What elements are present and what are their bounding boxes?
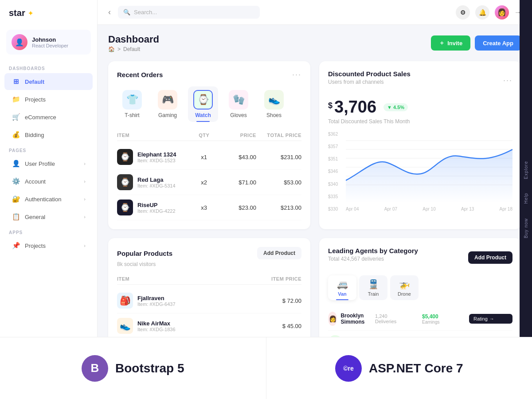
breadcrumb-current: Default (123, 46, 140, 52)
chevron-down-icon: › (84, 243, 86, 248)
order-qty-3: x3 (187, 204, 222, 211)
logo-star-icon: star (9, 8, 25, 18)
help-toolbar-item[interactable]: Help (522, 186, 530, 211)
rating-button-1[interactable]: Rating → (469, 314, 512, 324)
card-menu-icon[interactable]: ··· (292, 70, 301, 79)
product-name-1: Fjallraven (137, 295, 176, 301)
sidebar-item-label: eCommerce (25, 114, 56, 121)
page-header: Dashboard 🏠 > Default ＋ Invite Create Ap… (108, 34, 521, 52)
tab-shoes[interactable]: 👟 Shoes (259, 86, 289, 122)
sidebar-item-bidding[interactable]: 💰 Bidding (4, 126, 93, 143)
topbar-settings-icon[interactable]: ⚙ (456, 5, 470, 20)
topbar-notification-icon[interactable]: 🔔 (475, 5, 489, 20)
sidebar-item-projects-app[interactable]: 📌 Projects › (4, 237, 93, 254)
bidding-icon: 💰 (12, 130, 20, 139)
popular-products-title: Popular Products (117, 250, 172, 257)
col-price: PRICE (221, 133, 256, 138)
order-qty-1: x1 (187, 154, 222, 160)
sidebar-item-user-profile[interactable]: 👤 User Profile › (4, 155, 93, 172)
chart-svg-area (346, 132, 512, 203)
add-agent-product-button[interactable]: Add Product (468, 251, 512, 264)
y-label-4: $346 (328, 169, 338, 174)
order-img-2: ⌚ (117, 174, 133, 190)
popular-products-header: Popular Products Add Product (117, 247, 301, 259)
y-label-6: $335 (328, 194, 338, 199)
order-total-1: $231.00 (256, 154, 301, 160)
sidebar-item-label: Projects (25, 96, 46, 103)
recent-orders-card: Recent Orders ··· 👕 T-shirt 🎮 Gaming ⌚ (108, 61, 310, 229)
apps-section-label: APPS (0, 226, 97, 237)
product-img-2: 👟 (117, 318, 133, 334)
order-qty-2: x2 (187, 179, 222, 186)
sidebar-item-account[interactable]: ⚙️ Account › (4, 173, 93, 190)
col-item: ITEM (117, 133, 187, 138)
breadcrumb-sep: > (117, 46, 121, 52)
discounted-sales-title: Discounted Product Sales (328, 70, 411, 78)
sidebar-item-authentication[interactable]: 🔐 Authentication › (4, 191, 93, 207)
y-label-7: $330 (328, 207, 338, 211)
explore-toolbar-item[interactable]: Explore (522, 154, 530, 186)
agent-tab-van[interactable]: 🚐 Van (328, 275, 356, 300)
order-row-2: ⌚ Red Laga Item: #XDG-5314 x2 $71.00 $53… (117, 170, 301, 195)
create-app-button[interactable]: Create App (475, 35, 521, 51)
order-img-1: ⌚ (117, 149, 133, 165)
order-price-3: $23.00 (221, 204, 256, 211)
discounted-sales-card: Discounted Product Sales Users from all … (319, 61, 521, 229)
sidebar-item-ecommerce[interactable]: 🛒 eCommerce (4, 109, 93, 125)
order-row-1: ⌚ Elephant 1324 Item: #XDG-1523 x1 $43.0… (117, 145, 301, 170)
agent-row-1: 👩 Brooklyn Simmons 1,240 Deliveries $5,4… (328, 307, 512, 331)
order-item-2: ⌚ Red Laga Item: #XDG-5314 (117, 174, 187, 190)
agent-tab-drone-label: Drone (398, 291, 411, 297)
agent-tab-train[interactable]: 🚆 Train (359, 275, 387, 300)
discounted-sales-subtitle: Users from all channels (328, 79, 411, 85)
recent-orders-title: Recent Orders (117, 71, 163, 78)
cart-icon: 🛒 (12, 113, 20, 121)
add-product-button[interactable]: Add Product (257, 247, 301, 259)
x-label-5: Apr 18 (500, 207, 512, 211)
sidebar-item-label: Default (25, 78, 44, 85)
order-item-1: ⌚ Elephant 1324 Item: #XDG-1523 (117, 149, 187, 165)
agent-tab-drone[interactable]: 🚁 Drone (390, 275, 419, 300)
chevron-down-icon: › (84, 161, 86, 166)
search-box[interactable]: 🔍 Search... (118, 6, 260, 19)
tab-gloves[interactable]: 🧤 Gloves (223, 86, 254, 122)
x-label-2: Apr 07 (384, 207, 397, 211)
sidebar-item-label: Authentication (25, 196, 61, 203)
plus-icon: ＋ (439, 39, 445, 47)
order-total-2: $53.00 (256, 179, 301, 186)
tab-tshirt[interactable]: 👕 T-shirt (117, 86, 147, 122)
topbar-avatar[interactable]: 👩 (495, 5, 509, 20)
order-tabs: 👕 T-shirt 🎮 Gaming ⌚ Watch 🧤 Glove (117, 86, 301, 122)
discounted-sales-menu-icon[interactable]: ··· (503, 76, 512, 85)
create-app-label: Create App (483, 40, 513, 47)
popular-products-subtitle: 8k social visitors (117, 261, 301, 267)
sidebar-item-projects[interactable]: 📁 Projects (4, 91, 93, 108)
order-price-1: $43.00 (221, 154, 256, 160)
leading-agents-subtitle: Total 424,567 deliveries (328, 256, 418, 262)
buy-now-toolbar-item[interactable]: Buy now (522, 211, 530, 245)
page-actions: ＋ Invite Create App (431, 35, 521, 51)
orders-table-header: ITEM QTY PRICE TOTAL PRICE (117, 130, 301, 141)
bottom-banner: B Bootstrap 5 ©re ASP.NET Core 7 (0, 337, 532, 399)
product-item-1: 🎒 Fjallraven Item: #XDG-6437 (117, 293, 240, 309)
avatar: 👤 (12, 34, 27, 50)
user-card[interactable]: 👤 Johnson React Developer (6, 30, 91, 55)
invite-button[interactable]: ＋ Invite (431, 35, 470, 51)
product-sku-2: Item: #XDG-1836 (137, 327, 176, 332)
product-sku-1: Item: #XDG-6437 (137, 301, 176, 307)
tab-gaming[interactable]: 🎮 Gaming (153, 86, 183, 122)
sales-value: 3,706 (334, 98, 376, 117)
van-icon: 🚐 (337, 279, 348, 289)
sidebar-item-general[interactable]: 📋 General › (4, 208, 93, 225)
user-role: React Developer (32, 43, 68, 48)
sidebar-collapse-button[interactable]: ‹ (108, 8, 111, 17)
page-title: Dashboard (108, 34, 159, 45)
tab-watch[interactable]: ⌚ Watch (188, 86, 218, 122)
topbar: ‹ 🔍 Search... ⚙ 🔔 👩 → (98, 0, 532, 25)
search-placeholder: Search... (134, 9, 157, 16)
x-label-3: Apr 10 (422, 207, 435, 211)
recent-orders-header: Recent Orders ··· (117, 70, 301, 79)
drone-icon: 🚁 (399, 279, 410, 289)
account-icon: ⚙️ (12, 177, 20, 186)
sidebar-item-default[interactable]: ⊞ Default (4, 73, 93, 90)
